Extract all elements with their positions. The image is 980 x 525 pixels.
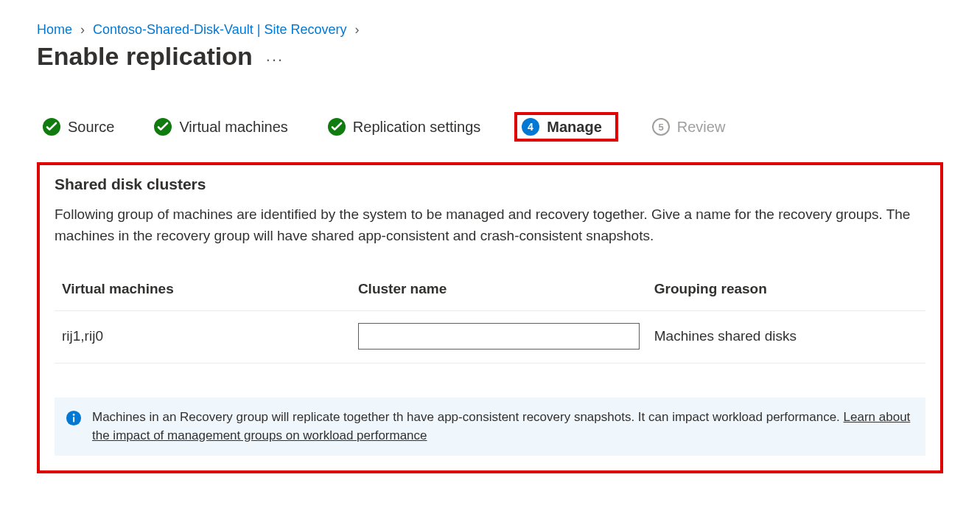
clusters-table: Virtual machines Cluster name Grouping r… bbox=[55, 281, 925, 364]
tab-review[interactable]: 5 Review bbox=[646, 115, 732, 139]
svg-text:4: 4 bbox=[528, 121, 533, 133]
chevron-right-icon: › bbox=[351, 22, 364, 37]
info-text: Machines in an Recovery group will repli… bbox=[92, 410, 844, 424]
breadcrumb-vault[interactable]: Contoso-Shared-Disk-Vault | Site Recover… bbox=[93, 22, 346, 37]
tab-label: Replication settings bbox=[353, 119, 480, 136]
checkmark-icon bbox=[328, 118, 346, 136]
tab-label: Virtual machines bbox=[179, 119, 287, 136]
info-banner: Machines in an Recovery group will repli… bbox=[55, 397, 925, 456]
tab-virtual-machines[interactable]: Virtual machines bbox=[148, 115, 293, 139]
more-actions-button[interactable]: ··· bbox=[266, 52, 284, 68]
cell-vm: rij1,rij0 bbox=[55, 310, 351, 363]
tab-replication-settings[interactable]: Replication settings bbox=[322, 115, 486, 139]
step-number-icon: 5 bbox=[652, 118, 670, 136]
column-header-reason: Grouping reason bbox=[647, 281, 925, 311]
chevron-right-icon: › bbox=[76, 22, 89, 37]
checkmark-icon bbox=[154, 118, 172, 136]
tab-source[interactable]: Source bbox=[37, 115, 120, 139]
tab-label: Review bbox=[677, 119, 726, 136]
svg-point-9 bbox=[73, 414, 75, 416]
breadcrumb: Home › Contoso-Shared-Disk-Vault | Site … bbox=[37, 22, 943, 38]
info-text-container: Machines in an Recovery group will repli… bbox=[92, 408, 911, 445]
table-row: rij1,rij0 Machines shared disks bbox=[55, 310, 925, 363]
panel-heading: Shared disk clusters bbox=[55, 175, 925, 193]
cluster-name-input[interactable] bbox=[358, 323, 640, 350]
page-title: Enable replication bbox=[37, 42, 253, 71]
cell-cluster bbox=[351, 310, 647, 363]
panel-description: Following group of machines are identifi… bbox=[55, 204, 925, 247]
tab-label: Manage bbox=[547, 119, 601, 136]
svg-rect-8 bbox=[73, 417, 74, 422]
shared-disk-clusters-panel: Shared disk clusters Following group of … bbox=[37, 162, 943, 473]
tab-label: Source bbox=[68, 119, 114, 136]
svg-text:5: 5 bbox=[658, 122, 663, 133]
checkmark-icon bbox=[43, 118, 60, 136]
info-icon bbox=[66, 410, 82, 426]
column-header-cluster: Cluster name bbox=[351, 281, 647, 311]
cell-reason: Machines shared disks bbox=[647, 310, 925, 363]
column-header-vm: Virtual machines bbox=[55, 281, 351, 311]
tab-manage[interactable]: 4 Manage bbox=[514, 112, 617, 142]
wizard-tabs: Source Virtual machines Replication sett… bbox=[37, 112, 943, 142]
step-number-icon: 4 bbox=[522, 118, 539, 136]
breadcrumb-home[interactable]: Home bbox=[37, 22, 72, 37]
